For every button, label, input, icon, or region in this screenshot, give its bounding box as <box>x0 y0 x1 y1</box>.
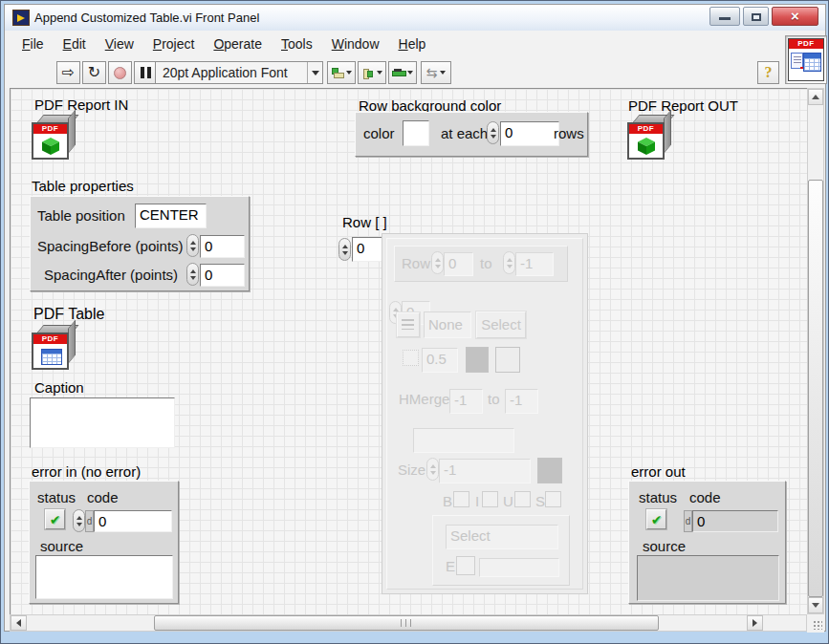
spacing-before-stepper[interactable] <box>186 234 199 257</box>
scroll-down-button[interactable] <box>808 597 823 613</box>
row-from-field: 0 <box>444 252 473 276</box>
scroll-up-button[interactable] <box>808 89 823 105</box>
pdf-report-out-refnum[interactable]: PDF <box>627 114 672 160</box>
pdf-report-in-label: PDF Report IN <box>34 97 128 113</box>
spacing-before-label: SpacingBefore (points) <box>37 238 184 254</box>
status-checkbox[interactable] <box>45 509 65 529</box>
pdf-table-refnum[interactable]: PDF <box>32 324 76 370</box>
radix-indicator[interactable]: d <box>85 510 94 532</box>
error-in-label: error in (no error) <box>32 463 141 480</box>
spacing-before-field[interactable]: 0 <box>200 235 245 258</box>
color-none-field: None <box>424 311 471 338</box>
e-checkbox <box>456 556 475 575</box>
at-each-field[interactable]: 0 <box>500 121 559 146</box>
vertical-scrollbar[interactable] <box>807 88 824 614</box>
pdf-report-in-refnum[interactable]: PDF <box>32 114 76 160</box>
thumb-grip-icon <box>401 619 413 627</box>
e-label: E <box>446 558 455 574</box>
border-checkbox <box>403 350 419 366</box>
run-continuously-icon: ↻ <box>88 65 100 80</box>
table-icon <box>41 349 62 365</box>
close-icon: × <box>773 8 818 25</box>
run-continuously-button[interactable]: ↻ <box>82 61 106 84</box>
rows-label: rows <box>554 125 584 141</box>
distribute-objects-icon <box>362 68 374 78</box>
maximize-button[interactable] <box>743 7 769 26</box>
reorder-button[interactable]: ⇆ <box>421 61 451 84</box>
abort-button[interactable] <box>108 61 132 84</box>
row-range-cluster: Row 0 to -1 <box>394 246 568 282</box>
resize-objects-icon <box>392 69 404 77</box>
caption-label: Caption <box>34 379 84 396</box>
menu-bar: File Edit View Project Operate Tools Win… <box>5 31 825 56</box>
code-stepper[interactable] <box>73 509 85 532</box>
menu-operate[interactable]: Operate <box>204 33 272 54</box>
pdf-banner: PDF <box>629 124 663 134</box>
fill-color-box <box>495 347 520 373</box>
distribute-objects-button[interactable] <box>358 61 386 84</box>
menu-tools[interactable]: Tools <box>272 33 322 54</box>
front-panel[interactable]: PDF Report IN PDF Row background color c… <box>10 88 807 614</box>
font-selector[interactable]: 20pt Application Font <box>155 61 323 84</box>
help-button[interactable]: ? <box>757 61 779 84</box>
font-selector-value: 20pt Application Font <box>156 65 307 80</box>
scroll-left-button[interactable] <box>11 615 27 631</box>
scroll-up-icon <box>812 95 819 99</box>
hmerge-to-label: to <box>488 391 500 407</box>
error-in-cluster: status code d 0 source <box>29 481 179 604</box>
horizontal-scrollbar[interactable] <box>10 614 807 632</box>
spacing-after-field[interactable]: 0 <box>200 264 245 287</box>
resize-grip[interactable] <box>807 614 824 633</box>
spacing-after-stepper[interactable] <box>186 263 199 286</box>
scroll-left-icon <box>16 619 21 627</box>
color-label: color <box>363 125 395 141</box>
row-range-label: Row <box>402 255 430 271</box>
resize-objects-button[interactable] <box>388 61 417 84</box>
underline-checkbox <box>514 491 531 507</box>
table-position-field[interactable]: CENTER <box>135 204 207 228</box>
bold-checkbox <box>453 491 469 507</box>
menu-file[interactable]: File <box>12 33 54 54</box>
status-label: status <box>639 489 677 505</box>
pdf-banner: PDF <box>33 124 67 134</box>
font-selector-dropdown[interactable] <box>307 62 322 83</box>
strike-label: S <box>535 493 545 509</box>
close-button[interactable]: × <box>772 7 818 26</box>
source-label: source <box>40 538 83 554</box>
menu-edit[interactable]: Edit <box>54 33 96 54</box>
row-from-stepper <box>431 251 444 274</box>
align-objects-button[interactable] <box>327 61 356 84</box>
italic-label: I <box>475 493 479 509</box>
menu-window[interactable]: Window <box>322 33 389 54</box>
caption-field[interactable] <box>30 397 175 448</box>
source-field[interactable] <box>35 555 173 599</box>
scroll-right-button[interactable] <box>747 615 763 631</box>
justify-button <box>397 312 420 337</box>
e-field <box>479 558 559 577</box>
horizontal-scroll-thumb[interactable] <box>154 615 659 631</box>
vertical-scroll-thumb[interactable] <box>808 180 823 597</box>
row-array-element: Row 0 to -1 0 None Select 0.5 HMerge -1 … <box>382 233 588 594</box>
bold-label: B <box>443 493 452 509</box>
menu-help[interactable]: Help <box>389 33 436 54</box>
pdf-banner: PDF <box>789 39 823 49</box>
run-button[interactable]: ⇨ <box>56 61 80 84</box>
size-label: Size <box>398 462 425 478</box>
minimize-button[interactable] <box>709 7 740 26</box>
vi-connector-icon[interactable]: PDF <box>785 35 827 84</box>
font-select-field: Select <box>446 525 558 549</box>
row-array-label: Row [ ] <box>342 214 387 230</box>
color-box[interactable] <box>403 120 429 146</box>
code-field[interactable]: 0 <box>94 510 172 532</box>
strike-checkbox <box>545 491 561 507</box>
row-to-label: to <box>480 255 492 271</box>
radix-indicator: d <box>684 510 692 532</box>
size-stepper <box>426 458 439 481</box>
minimize-icon <box>719 17 731 20</box>
menu-view[interactable]: View <box>96 33 143 54</box>
at-each-stepper[interactable] <box>487 121 499 144</box>
row-array-index-stepper[interactable] <box>338 238 351 261</box>
title-bar[interactable]: Append Customized Table.vi Front Panel <box>5 5 825 31</box>
menu-project[interactable]: Project <box>143 33 205 54</box>
table-properties-cluster: Table position CENTER SpacingBefore (poi… <box>30 196 250 291</box>
